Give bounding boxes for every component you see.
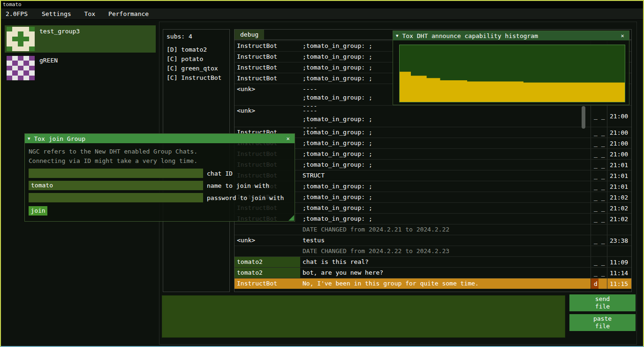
tab-debug[interactable]: debug — [235, 30, 264, 39]
chat-message-row[interactable]: InstructBot No, I've been in this group … — [235, 278, 631, 289]
close-icon[interactable]: ✕ — [619, 32, 626, 39]
message-time: 21:00 — [607, 127, 631, 138]
group-name: gREEN — [39, 57, 58, 64]
message-time: 23:38 — [607, 235, 631, 246]
sender-name: InstructBot — [235, 73, 300, 84]
message-text: ;tomato_in_group: ; — [300, 214, 591, 224]
message-text: bot, are you new here? — [300, 268, 591, 278]
sender-name: tomato2 — [235, 257, 300, 267]
message-text: ;tomato_in_group: ; — [300, 138, 591, 148]
chat-message-row[interactable]: tomato2 chat is this real? _ _ 11:09 — [235, 256, 631, 267]
message-text: ;tomato_in_group: ; — [300, 181, 591, 192]
join-info-line: NGC refers to the New DHT enabled Group … — [29, 147, 291, 156]
menu-tox[interactable]: Tox — [78, 10, 102, 17]
window-title: tomato — [3, 1, 22, 8]
join-password-row: password to join with — [29, 193, 291, 202]
message-flags — [591, 246, 607, 256]
chat-id-input[interactable] — [29, 169, 203, 178]
message-text: ;tomato_in_group: ; — [300, 127, 591, 138]
group-name: test_group3 — [39, 28, 80, 35]
message-flags: _ _ — [591, 127, 607, 138]
group-avatar-icon — [7, 27, 35, 51]
message-text: DATE CHANGED from 2024.2.22 to 2024.2.23 — [300, 246, 591, 256]
sender-name — [235, 246, 300, 256]
chat-scrollbar-thumb[interactable] — [582, 106, 585, 129]
message-flags: _ _ — [591, 149, 607, 159]
join-name-label: name to join with — [207, 182, 269, 189]
sender-name: InstructBot — [235, 52, 300, 62]
join-name-input[interactable]: tomato — [29, 181, 203, 190]
group-avatar-icon — [7, 56, 35, 80]
chat-message-row[interactable]: <unk> testus _ _ 23:38 — [235, 235, 631, 246]
subscriber-item[interactable]: [C] potato — [167, 54, 226, 64]
group-item-test-group3[interactable]: test_group3 — [5, 25, 156, 53]
histogram-plot-svg — [400, 45, 625, 102]
sender-name: <unk> — [235, 84, 300, 105]
send-file-button[interactable]: send file — [569, 294, 636, 311]
message-flags: _ _ — [591, 257, 607, 267]
message-time — [607, 246, 631, 256]
message-text: STRUCT — [300, 170, 591, 181]
menu-performance[interactable]: Performance — [102, 10, 155, 17]
message-text: ---- ;tomato_in_group: ; ---- — [300, 106, 591, 127]
message-flags: _ _ — [591, 138, 607, 148]
join-info-line: Connecting via ID might take a very long… — [29, 156, 291, 166]
join-password-label: password to join with — [207, 194, 284, 201]
message-text: ;tomato_in_group: ; — [300, 203, 591, 213]
sender-name: InstructBot — [235, 62, 300, 73]
join-button[interactable]: join — [29, 206, 47, 216]
sender-name: InstructBot — [235, 278, 300, 289]
message-time: 11:15 — [607, 278, 631, 289]
message-time: 21:02 — [607, 192, 631, 202]
menu-settings[interactable]: Settings — [35, 10, 78, 17]
chat-message-row[interactable]: <unk> ---- ;tomato_in_group: ; ---- _ _ … — [235, 105, 631, 127]
message-time: 21:00 — [607, 138, 631, 148]
collapse-icon[interactable]: ▼ — [28, 136, 30, 141]
group-item-green[interactable]: gREEN — [5, 54, 156, 82]
fps-counter: 2.0FPS — [1, 10, 35, 17]
chat-message-row[interactable]: DATE CHANGED from 2024.2.22 to 2024.2.23 — [235, 246, 631, 256]
subscriber-item[interactable]: [C] InstructBot — [167, 73, 226, 83]
join-group-body: NGC refers to the New DHT enabled Group … — [25, 143, 295, 219]
message-flags: _ _ — [591, 160, 607, 170]
message-flags — [591, 224, 607, 235]
paste-file-button[interactable]: paste file — [569, 314, 636, 331]
message-time: 11:14 — [607, 268, 631, 278]
message-time: 21:02 — [607, 214, 631, 224]
chat-message-row[interactable]: tomato2 bot, are you new here? _ _ 11:14 — [235, 267, 631, 278]
message-text: No, I've been in this group for quite so… — [300, 278, 591, 289]
message-text: chat is this real? — [300, 257, 591, 267]
dht-histogram-window: ▼ Tox DHT announce capability histogram … — [393, 31, 629, 105]
histogram-plot[interactable] — [399, 45, 625, 102]
message-flags: d — [591, 278, 607, 289]
message-text: ;tomato_in_group: ; — [300, 192, 591, 202]
dht-histogram-titlebar[interactable]: ▼ Tox DHT announce capability histogram … — [393, 31, 629, 40]
message-time — [607, 224, 631, 235]
menu-bar: 2.0FPS Settings Tox Performance — [1, 8, 643, 20]
message-flags: _ _ — [591, 214, 607, 224]
join-name-row: tomato name to join with — [29, 181, 291, 190]
app-window: tomato 2.0FPS Settings Tox Performance t… — [0, 0, 644, 347]
resize-grip[interactable] — [288, 215, 294, 221]
message-text: ;tomato_in_group: ; — [300, 149, 591, 159]
message-time: 21:02 — [607, 203, 631, 213]
message-flags: _ _ — [591, 203, 607, 213]
sender-name: InstructBot — [235, 41, 300, 51]
subscriber-item[interactable]: [D] tomato2 — [167, 45, 226, 54]
join-password-input[interactable] — [29, 193, 203, 202]
sender-name: tomato2 — [235, 268, 300, 278]
message-time: 21:01 — [607, 160, 631, 170]
message-time: 21:00 — [607, 149, 631, 159]
message-flags: _ _ — [591, 170, 607, 181]
window-titlebar[interactable]: tomato — [1, 1, 643, 8]
close-icon[interactable]: ✕ — [284, 135, 292, 142]
subscriber-item[interactable]: [C] green_qtox — [167, 64, 226, 73]
message-flags: _ _ — [591, 106, 607, 127]
collapse-icon[interactable]: ▼ — [396, 33, 398, 38]
dht-histogram-title: Tox DHT announce capability histogram — [402, 32, 619, 39]
chat-message-row[interactable]: DATE CHANGED from 2024.2.21 to 2024.2.22 — [235, 224, 631, 235]
join-group-titlebar[interactable]: ▼ Tox join Group ✕ — [25, 134, 295, 143]
message-input[interactable] — [162, 295, 565, 338]
message-flags: _ _ — [591, 192, 607, 202]
message-time: 11:09 — [607, 257, 631, 267]
